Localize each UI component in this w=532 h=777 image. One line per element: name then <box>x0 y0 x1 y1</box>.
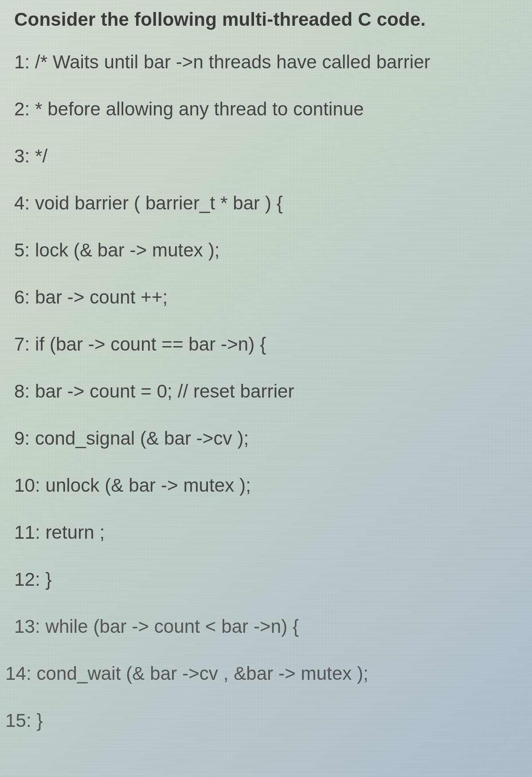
code-line-8: 8: bar -> count = 0; // reset barrier <box>14 381 532 402</box>
intro-text: Consider the following multi-threaded C … <box>14 9 532 30</box>
code-listing: Consider the following multi-threaded C … <box>0 0 532 731</box>
code-line-10: 10: unlock (& bar -> mutex ); <box>14 475 532 496</box>
code-line-4: 4: void barrier ( barrier_t * bar ) { <box>14 193 532 214</box>
code-line-2: 2: * before allowing any thread to conti… <box>14 99 532 120</box>
code-line-14: 14: cond_wait (& bar ->cv , &bar -> mute… <box>5 663 532 684</box>
code-line-11: 11: return ; <box>14 522 532 543</box>
code-line-3: 3: */ <box>14 146 532 167</box>
code-line-13: 13: while (bar -> count < bar ->n) { <box>14 616 532 637</box>
code-line-5: 5: lock (& bar -> mutex ); <box>14 240 532 261</box>
code-line-7: 7: if (bar -> count == bar ->n) { <box>14 334 532 355</box>
code-line-1: 1: /* Waits until bar ->n threads have c… <box>14 51 532 73</box>
code-line-15: 15: } <box>5 710 532 731</box>
code-line-12: 12: } <box>14 569 532 590</box>
code-line-6: 6: bar -> count ++; <box>14 287 532 308</box>
code-line-9: 9: cond_signal (& bar ->cv ); <box>14 428 532 449</box>
